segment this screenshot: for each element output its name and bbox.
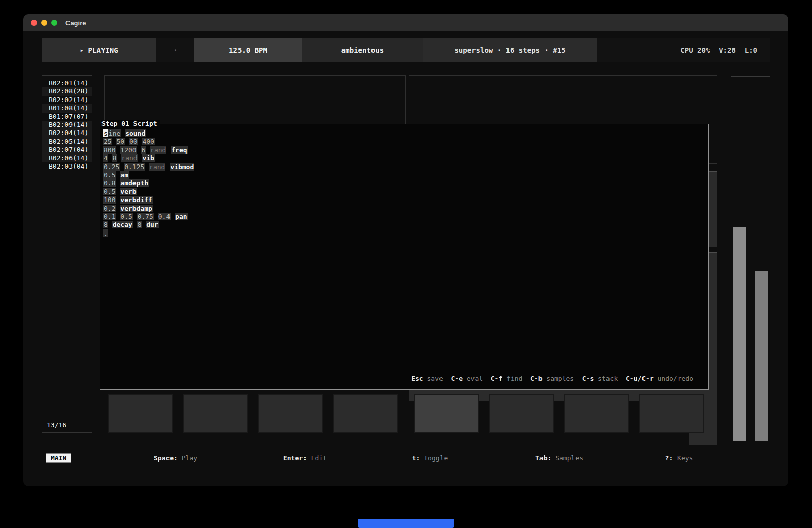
script-token: vib bbox=[142, 154, 154, 162]
script-token: 0.125 bbox=[124, 163, 145, 171]
script-token: 100 bbox=[103, 196, 116, 204]
transport-header: ▸ PLAYING · 125.0 BPM ambientous supersl… bbox=[42, 38, 770, 62]
script-token: 6 bbox=[141, 146, 146, 154]
step-box[interactable] bbox=[414, 394, 479, 433]
transport-status[interactable]: ▸ PLAYING bbox=[42, 38, 156, 62]
pattern-display[interactable]: superslow · 16 steps · #15 bbox=[423, 38, 597, 62]
sample-list-item[interactable]: B02:04(14) bbox=[42, 129, 92, 137]
script-token: 0.1 bbox=[103, 213, 116, 220]
script-token: rand bbox=[150, 146, 166, 154]
script-token: rand bbox=[121, 154, 138, 162]
hint-label: find bbox=[502, 375, 522, 382]
hint-label: undo/redo bbox=[654, 375, 693, 382]
minimize-button-icon[interactable] bbox=[41, 20, 47, 26]
step-box[interactable] bbox=[639, 394, 704, 433]
script-token: 0.25 bbox=[103, 163, 120, 171]
hint-label: eval bbox=[463, 375, 483, 382]
close-button-icon[interactable] bbox=[31, 20, 37, 26]
hint-key: C-f bbox=[491, 375, 502, 382]
script-token: 4 bbox=[103, 154, 108, 162]
hint-key: Enter: bbox=[283, 454, 307, 462]
script-line: 0.2 verbdamp bbox=[103, 205, 708, 213]
sample-list-item[interactable]: B02:05(14) bbox=[42, 138, 92, 146]
hint-label: Samples bbox=[551, 454, 583, 462]
header-separator: · bbox=[156, 38, 194, 62]
statusbar-hint: ?: Keys bbox=[665, 454, 693, 462]
status-bar: MAIN Space: PlayEnter: Editt: ToggleTab:… bbox=[42, 450, 770, 466]
script-token: 0.5 bbox=[103, 171, 116, 179]
script-content[interactable]: sine sound25 50 00 400800 1200 6 rand fr… bbox=[100, 124, 708, 238]
window-titlebar: Cagire bbox=[23, 14, 788, 31]
hint-key: Tab: bbox=[535, 454, 551, 462]
script-token: 50 bbox=[116, 138, 125, 145]
script-token: vibmod bbox=[170, 163, 194, 171]
step-box[interactable] bbox=[183, 394, 248, 433]
sample-list-item[interactable]: B02:02(14) bbox=[42, 96, 92, 104]
sample-list-item[interactable]: B02:01(14) bbox=[42, 79, 92, 87]
script-token: 8 bbox=[112, 154, 117, 162]
hint-key: ?: bbox=[665, 454, 673, 462]
script-token: 400 bbox=[142, 138, 154, 145]
sample-sidebar: B02:01(14)B02:08(28)B02:02(14)B01:08(14)… bbox=[42, 75, 92, 433]
system-stats: CPU 20% V:28 L:0 bbox=[597, 38, 770, 62]
script-line: 8 decay 8 dur bbox=[103, 221, 708, 229]
cpu-voice-latency-readout: CPU 20% V:28 L:0 bbox=[680, 46, 757, 54]
script-line: sine sound bbox=[103, 129, 708, 138]
step-box[interactable] bbox=[489, 394, 554, 433]
script-token: 800 bbox=[103, 146, 116, 154]
transport-label: PLAYING bbox=[88, 46, 118, 54]
script-token: 25 bbox=[103, 138, 112, 145]
sample-list-item[interactable]: B02:08(28) bbox=[42, 87, 92, 95]
statusbar-hint: Tab: Samples bbox=[535, 454, 583, 462]
script-token: ine bbox=[108, 129, 121, 137]
scene-display[interactable]: ambientous bbox=[302, 38, 423, 62]
pattern-info: superslow · 16 steps · #15 bbox=[454, 46, 565, 54]
sample-list-item[interactable]: B01:08(14) bbox=[42, 104, 92, 112]
play-icon: ▸ bbox=[80, 47, 83, 54]
sample-list-item[interactable]: B02:03(04) bbox=[42, 162, 92, 171]
sample-list: B02:01(14)B02:08(28)B02:02(14)B01:08(14)… bbox=[42, 79, 92, 171]
script-token: dur bbox=[146, 221, 158, 228]
hint-key: C-e bbox=[451, 375, 462, 382]
script-line: 4 8 rand vib bbox=[103, 154, 708, 162]
editor-hints: Esc save C-e eval C-f find C-b samples C… bbox=[411, 375, 693, 382]
script-line: 0.1 0.5 0.75 0.4 pan bbox=[103, 213, 708, 221]
statusbar-hint: t: Toggle bbox=[412, 454, 448, 462]
step-box[interactable] bbox=[258, 394, 323, 433]
script-line: 800 1200 6 rand freq bbox=[103, 146, 708, 154]
scene-name: ambientous bbox=[341, 46, 384, 54]
script-line: 0.25 0.125 rand vibmod bbox=[103, 163, 708, 171]
script-token: verbdiff bbox=[120, 196, 153, 204]
script-token: sound bbox=[125, 129, 146, 137]
script-token: 00 bbox=[129, 138, 138, 145]
step-box[interactable] bbox=[108, 394, 173, 433]
bpm-value: 125.0 BPM bbox=[229, 46, 267, 54]
script-token: rand bbox=[149, 163, 165, 171]
step-box[interactable] bbox=[564, 394, 629, 433]
window-title: Cagire bbox=[65, 19, 86, 27]
zoom-button-icon[interactable] bbox=[51, 20, 57, 26]
sample-list-item[interactable]: B02:07(04) bbox=[42, 146, 92, 154]
level-meter-panel bbox=[731, 76, 770, 444]
script-token: 0.75 bbox=[137, 213, 154, 220]
script-line: 0.5 am bbox=[103, 171, 708, 179]
hint-key: C-u/C-r bbox=[626, 375, 654, 382]
script-line: 25 50 00 400 bbox=[103, 138, 708, 146]
hint-key: Space: bbox=[154, 454, 178, 462]
hint-key: C-s bbox=[582, 375, 594, 382]
sample-list-item[interactable]: B01:07(07) bbox=[42, 113, 92, 121]
script-line: 0.8 amdepth bbox=[103, 179, 708, 187]
hint-label: save bbox=[423, 375, 443, 382]
script-token: pan bbox=[175, 213, 187, 220]
hint-label: stack bbox=[594, 375, 618, 382]
bpm-display[interactable]: 125.0 BPM bbox=[194, 38, 302, 62]
script-token: amdepth bbox=[120, 179, 149, 187]
step-box[interactable] bbox=[333, 394, 398, 433]
script-token: 8 bbox=[137, 221, 142, 228]
sample-list-item[interactable]: B02:06(14) bbox=[42, 154, 92, 162]
hint-key: Esc bbox=[411, 375, 423, 382]
script-token: 8 bbox=[103, 221, 108, 228]
sample-list-item[interactable]: B02:09(14) bbox=[42, 121, 92, 129]
script-token: 0.4 bbox=[158, 213, 171, 220]
script-token: 0.2 bbox=[103, 205, 116, 212]
